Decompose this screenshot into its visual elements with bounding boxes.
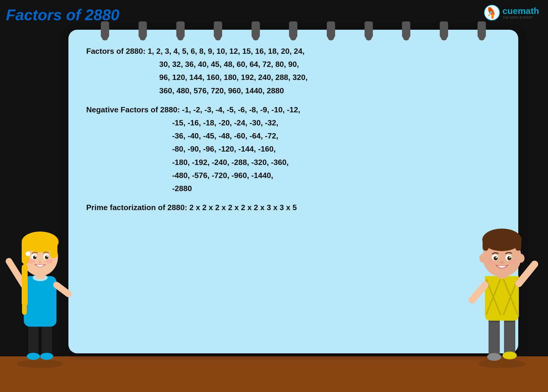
svg-point-56 (494, 256, 498, 260)
spiral-3 (176, 21, 185, 38)
factors-label: Factors of 2880: (86, 47, 145, 56)
svg-line-47 (519, 264, 535, 284)
negative-factors-section: Negative Factors of 2880: -1, -2, -3, -4… (86, 103, 500, 195)
girl-svg (0, 202, 80, 368)
svg-point-31 (28, 259, 35, 264)
factors-section: Factors of 2880: 1, 2, 3, 4, 5, 6, 8, 9,… (86, 45, 500, 97)
svg-rect-12 (24, 276, 56, 327)
svg-point-37 (487, 353, 501, 361)
girl-character (0, 202, 80, 368)
notebook-content: Factors of 2880: 1, 2, 3, 4, 5, 6, 8, 9,… (86, 45, 500, 214)
svg-rect-23 (50, 240, 57, 258)
svg-point-27 (33, 256, 37, 259)
svg-point-34 (478, 359, 526, 368)
spiral-2 (139, 21, 147, 38)
spiral-9 (402, 21, 410, 38)
svg-point-60 (488, 259, 495, 265)
spiral-bindings (86, 21, 500, 38)
svg-point-38 (503, 352, 517, 359)
negative-factors-label: Negative Factors of 2880: (86, 105, 180, 114)
notebook: Factors of 2880: 1, 2, 3, 4, 5, 6, 8, 9,… (68, 30, 518, 353)
svg-point-63 (479, 254, 486, 263)
prime-values: 2 x 2 x 2 x 2 x 2 x 2 x 3 x 3 x 5 (189, 203, 297, 212)
svg-point-28 (45, 256, 48, 259)
svg-point-58 (496, 257, 497, 258)
svg-point-33 (39, 261, 42, 263)
svg-point-62 (500, 261, 504, 264)
svg-point-30 (47, 256, 48, 257)
svg-line-46 (472, 285, 485, 300)
negative-factors-values: -1, -2, -3, -4, -5, -6, -8, -9, -10, -12… (86, 105, 300, 193)
svg-point-59 (509, 257, 511, 258)
svg-point-64 (517, 254, 525, 263)
prime-label: Prime factorization of 2880: (86, 203, 187, 212)
svg-point-7 (16, 359, 64, 368)
spiral-1 (101, 21, 109, 38)
svg-line-14 (9, 261, 24, 285)
svg-line-15 (56, 285, 68, 294)
svg-point-10 (27, 353, 40, 360)
svg-point-4 (492, 16, 493, 19)
svg-point-29 (35, 256, 36, 257)
boy-svg (462, 202, 542, 368)
svg-rect-22 (22, 300, 27, 315)
svg-rect-51 (483, 239, 489, 251)
svg-point-32 (45, 259, 53, 264)
logo-brand: cuemath (503, 6, 539, 16)
svg-point-24 (26, 251, 30, 256)
svg-point-53 (503, 233, 513, 240)
spiral-5 (252, 21, 260, 38)
spiral-8 (365, 21, 373, 38)
logo-text: cuemath THE MATH EXPERT (503, 6, 539, 19)
spiral-10 (440, 21, 448, 38)
page-title: Factors of 2880 (6, 6, 120, 24)
logo-tagline: THE MATH EXPERT (503, 16, 539, 19)
boy-character (462, 202, 542, 368)
spiral-7 (327, 21, 335, 38)
spiral-6 (289, 21, 297, 38)
rocket-icon (484, 4, 500, 21)
prime-factorization-section: Prime factorization of 2880: 2 x 2 x 2 x… (86, 201, 500, 214)
spiral-4 (214, 21, 222, 38)
svg-point-61 (508, 259, 516, 265)
spiral-11 (478, 21, 486, 38)
logo-area: cuemath THE MATH EXPERT (484, 4, 539, 21)
svg-point-11 (40, 353, 53, 360)
svg-rect-52 (515, 239, 521, 251)
svg-rect-36 (504, 318, 515, 356)
svg-rect-35 (489, 318, 500, 356)
